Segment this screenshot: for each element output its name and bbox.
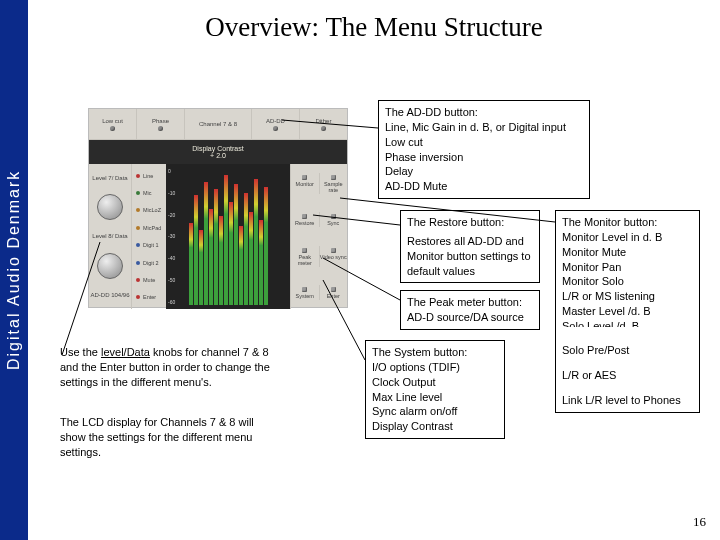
callout-addd: The AD-DD button: Line, Mic Gain in d. B… xyxy=(378,100,590,199)
page-title: Overview: The Menu Structure xyxy=(28,12,720,43)
meter-column: 0-10-20-30-40-50-60 xyxy=(166,164,290,309)
callout-peak: The Peak meter button: AD-D source/DA so… xyxy=(400,290,540,330)
button-column: MonitorSample rateRestoreSyncPeak meterV… xyxy=(290,164,347,309)
brand-sidebar: Digital Audio Denmark xyxy=(0,0,28,540)
callout-monitor-top: The Monitor button: Monitor Level in d. … xyxy=(555,210,700,338)
note-lcd: The LCD display for Channels 7 & 8 will … xyxy=(60,415,270,460)
note-knobs: Use the level/Data knobs for channel 7 &… xyxy=(60,345,270,390)
knob-level-7 xyxy=(97,194,123,220)
panel-lcd: Display Contrast + 2.0 xyxy=(89,140,347,164)
knob-level-8 xyxy=(97,253,123,279)
panel-top-row: Low cut Phase Channel 7 & 8 AD-DD Dither xyxy=(89,109,347,140)
callout-restore: The Restore button: Restores all AD-DD a… xyxy=(400,210,540,283)
hardware-panel-image: Low cut Phase Channel 7 & 8 AD-DD Dither… xyxy=(88,108,348,308)
callout-system: The System button: I/O options (TDIF)Clo… xyxy=(365,340,505,439)
led-column: LineMicMicLoZMicPadDigit 1Digit 2MuteEnt… xyxy=(132,164,166,309)
knob-column: Level 7/ Data Level 8/ Data AD-DD 104/96 xyxy=(89,164,132,309)
page-number: 16 xyxy=(693,514,706,530)
callout-monitor-bottom: Solo Pre/PostL/R or AESLink L/R level to… xyxy=(555,327,700,413)
